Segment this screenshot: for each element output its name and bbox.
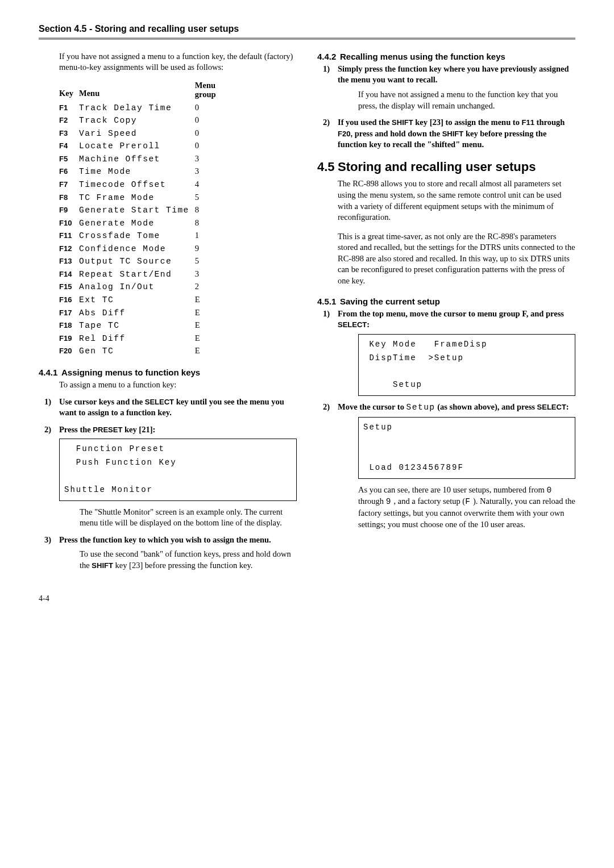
- cell-menu: Track Delay Time: [79, 102, 195, 115]
- s441-lcd-note: The "Shuttle Monitor" screen is an examp…: [80, 507, 297, 529]
- cell-key: F14: [59, 268, 79, 281]
- cell-menu: Rel Diff: [79, 332, 195, 345]
- cell-key: F2: [59, 114, 79, 127]
- table-row: F8TC Frame Mode5: [59, 191, 222, 205]
- cell-group: 3: [195, 268, 222, 281]
- table-row: F10Generate Mode8: [59, 217, 222, 230]
- table-row: F12Confidence Mode9: [59, 243, 222, 256]
- table-row: F17Abs DiffE: [59, 307, 222, 320]
- text: Use cursor keys and the: [59, 397, 145, 406]
- heading-text: Assigning menus to function keys: [61, 367, 200, 378]
- text: :: [566, 402, 569, 411]
- cell-group: 8: [195, 204, 222, 217]
- default-assignment-intro: If you have not assigned a menu to a fun…: [59, 51, 297, 73]
- header-rule: [39, 37, 575, 40]
- cell-key: F7: [59, 178, 79, 191]
- cell-menu: Generate Mode: [79, 217, 195, 230]
- cell-group: 5: [195, 255, 222, 268]
- cell-group: 0: [195, 127, 222, 140]
- cell-menu: TC Frame Mode: [79, 191, 195, 205]
- table-row: F13Output TC Source5: [59, 255, 222, 268]
- s441-step3: Press the function key to which you wish…: [39, 535, 297, 571]
- heading-4-4-1: 4.4.1 Assigning menus to function keys: [39, 367, 297, 378]
- s451-steps: From the top menu, move the cursor to me…: [317, 308, 575, 530]
- cell-group: E: [195, 345, 222, 358]
- table-row: F19Rel DiffE: [59, 332, 222, 345]
- cell-key: F10: [59, 217, 79, 230]
- cell-group: E: [195, 319, 222, 332]
- heading-4-4-2: 4.4.2 Recalling menus using the function…: [317, 51, 575, 62]
- cell-menu: Ext TC: [79, 294, 195, 307]
- cell-group: 8: [195, 217, 222, 230]
- table-header-group-l2: group: [195, 90, 216, 99]
- cell-menu: Repeat Start/End: [79, 268, 195, 281]
- mono-text: 0: [546, 486, 552, 495]
- key-label: SHIFT: [442, 130, 464, 138]
- cell-group: E: [195, 332, 222, 345]
- cell-key: F4: [59, 140, 79, 153]
- table-row: F16Ext TCE: [59, 294, 222, 307]
- text: through: [358, 496, 386, 506]
- heading-4-5: 4.5 Storing and recalling user setups: [317, 158, 575, 176]
- s441-steps: Use cursor keys and the SELECT key until…: [39, 397, 297, 571]
- cell-key: F6: [59, 165, 79, 178]
- s441-step1: Use cursor keys and the SELECT key until…: [39, 397, 297, 419]
- mono-text: 9: [386, 497, 392, 506]
- cell-key: F18: [59, 319, 79, 332]
- lcd-menu-group-f: Key Mode FrameDisp DispTime >Setup Setup: [358, 334, 575, 396]
- table-row: F15Analog In/Out2: [59, 281, 222, 294]
- text: Simply press the function key where you …: [338, 64, 569, 85]
- cell-group: 1: [195, 229, 222, 243]
- key-label: SHIFT: [392, 118, 413, 127]
- lcd-function-preset: Function Preset Push Function Key Shuttl…: [59, 439, 297, 500]
- heading-num: 4.4.2: [317, 51, 340, 62]
- mono-text: F: [465, 497, 471, 506]
- table-row: F11Crossfade Tome1: [59, 229, 222, 243]
- s45-p1: The RC-898 allows you to store and recal…: [338, 178, 575, 223]
- key-label: F20,: [338, 130, 352, 138]
- cell-menu: Vari Speed: [79, 127, 195, 140]
- two-column-layout: If you have not assigned a menu to a fun…: [39, 51, 575, 577]
- table-row: F14Repeat Start/End3: [59, 268, 222, 281]
- cell-key: F12: [59, 243, 79, 256]
- text: key [23] before pressing the function ke…: [113, 561, 252, 570]
- cell-key: F9: [59, 204, 79, 217]
- text: Press the function key to which you wish…: [59, 535, 271, 544]
- cell-group: 0: [195, 114, 222, 127]
- heading-num: 4.5: [317, 158, 338, 176]
- cell-menu: Generate Start Time: [79, 204, 195, 217]
- table-header-key: Key: [59, 81, 79, 102]
- page-number: 4-4: [39, 594, 575, 604]
- s442-step1-note: If you have not assigned a menu to the f…: [358, 89, 575, 111]
- s451-note: As you can see, there are 10 user setups…: [358, 485, 575, 530]
- table-header-group: Menu group: [195, 81, 222, 102]
- s442-step2: If you used the SHIFT key [23] to assign…: [317, 117, 575, 151]
- text: through: [534, 118, 565, 127]
- key-label: SELECT: [338, 320, 367, 329]
- heading-4-5-1: 4.5.1 Saving the current setup: [317, 296, 575, 307]
- cell-key: F13: [59, 255, 79, 268]
- s451-step2: Move the cursor to Setup (as shown above…: [317, 402, 575, 530]
- heading-text: Storing and recalling user setups: [338, 158, 536, 176]
- cell-group: 0: [195, 140, 222, 153]
- cell-menu: Abs Diff: [79, 307, 195, 320]
- cell-key: F11: [59, 229, 79, 243]
- cell-menu: Locate Preroll: [79, 140, 195, 153]
- cell-menu: Confidence Mode: [79, 243, 195, 256]
- cell-group: 9: [195, 243, 222, 256]
- running-header: Section 4.5 - Storing and recalling user…: [39, 23, 575, 35]
- s442-steps: Simply press the function key where you …: [317, 64, 575, 151]
- table-row: F9Generate Start Time8: [59, 204, 222, 217]
- heading-num: 4.5.1: [317, 296, 340, 307]
- table-row: F4Locate Preroll0: [59, 140, 222, 153]
- table-row: F3Vari Speed0: [59, 127, 222, 140]
- cell-menu: Gen TC: [79, 345, 195, 358]
- table-header-group-l1: Menu: [195, 81, 215, 90]
- cell-key: F1: [59, 102, 79, 115]
- cell-group: 4: [195, 178, 222, 191]
- cell-group: 5: [195, 191, 222, 205]
- text: key [21]:: [122, 425, 155, 434]
- key-label: F11: [522, 118, 534, 127]
- cell-group: E: [195, 294, 222, 307]
- text: Press the: [59, 425, 93, 434]
